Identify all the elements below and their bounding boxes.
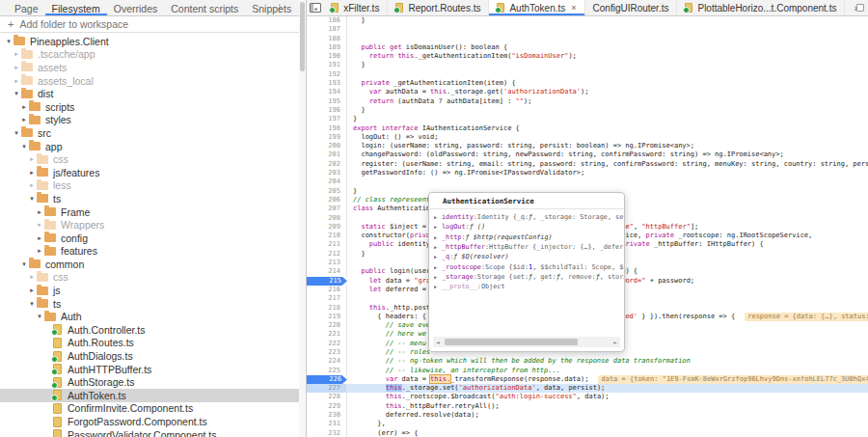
line-number[interactable]: 198 [307,124,347,133]
tree-item-confirminvite-component-ts[interactable]: ConfirmInvite.Component.ts [0,402,306,416]
disclosure-icon[interactable]: ▾ [12,90,21,97]
line-number[interactable]: 193 [307,79,347,88]
tree-item-app[interactable]: ▾app [0,140,306,153]
disclosure-icon[interactable]: ▸ [35,221,44,229]
tree-item-js-features[interactable]: ▸js/features [0,166,306,179]
line-number[interactable]: 232 [307,429,347,437]
line-number[interactable]: 221 [307,330,347,339]
tree-scrollbar-thumb[interactable] [300,2,305,71]
disclosure-icon[interactable]: ▸ [27,273,37,281]
expand-icon[interactable]: ▶ [434,274,442,280]
popover-scrollbar[interactable]: ◄ ► [433,337,620,347]
expand-icon[interactable]: ▶ [434,284,442,289]
disclosure-icon[interactable]: ▾ [12,129,21,137]
tree-item-auth-controller-ts[interactable]: Auth.Controller.ts [0,323,306,337]
tree-item-wrappers[interactable]: ▸Wrappers [0,218,306,232]
line-number[interactable]: 222 [307,340,347,348]
line-number[interactable]: 208 [307,214,347,223]
disclosure-icon[interactable]: ▸ [19,116,29,123]
disclosure-icon[interactable]: ▸ [35,234,44,242]
line-number[interactable]: 218 [307,304,347,313]
disclosure-icon[interactable]: ▸ [27,287,37,294]
line-number[interactable]: 207 [307,205,347,213]
tree-item-passwordvalidator-component-ts[interactable]: PasswordValidator.Component.ts [0,428,306,437]
editor-tab-configuirouter-ts[interactable]: ConfigUIRouter.ts [585,0,678,15]
disclosure-icon[interactable]: ▸ [27,155,37,163]
line-number[interactable]: 199 [307,133,347,142]
line-number[interactable]: 204 [307,178,347,186]
tree-item-pineapples-client[interactable]: ▾Pineapples.Client [0,35,306,48]
tree-item-authtoken-ts[interactable]: AuthToken.ts [0,389,306,402]
line-number[interactable]: 202 [307,160,347,169]
tree-item-assets-local[interactable]: ▸assets_local [0,74,306,88]
disclosure-icon[interactable]: ▸ [35,208,44,216]
disclosure-icon[interactable]: ▾ [35,313,44,320]
line-number[interactable]: 188 [307,35,347,43]
tree-item-features[interactable]: ▸features [0,245,306,259]
line-number[interactable]: 224 [307,357,347,366]
line-number[interactable]: 190 [307,52,347,61]
line-number[interactable]: 192 [307,70,347,79]
disclosure-icon[interactable]: ▾ [19,260,29,268]
disclosure-icon[interactable]: ▸ [35,247,44,255]
line-number[interactable]: 186 [307,16,347,25]
line-number[interactable]: 191 [307,61,347,69]
panel-tab-content-scripts[interactable]: Content scripts [164,0,245,15]
popover-property-q[interactable]: ▶_q: ƒ $Q(resolver) [434,252,624,261]
disclosure-icon[interactable]: ▸ [19,103,29,111]
line-number[interactable]: 231 [307,420,347,428]
tree-item-ts[interactable]: ▾ts [0,192,306,205]
tree-item-config[interactable]: ▸config [0,232,306,245]
line-number[interactable]: 215 [307,277,347,286]
line-number[interactable]: 197 [307,115,347,123]
line-number[interactable]: 194 [307,88,347,96]
line-number[interactable]: 205 [307,187,347,196]
line-number[interactable]: 203 [307,169,347,178]
popover-scrollbar-thumb[interactable] [445,339,578,345]
editor-corner-icon[interactable] [856,4,864,12]
line-number[interactable]: 217 [307,294,347,303]
editor-tab-xfilter-ts[interactable]: xFilter.ts [323,0,388,15]
disclosure-icon[interactable]: ▾ [4,38,14,45]
tree-item-frame[interactable]: ▸Frame [0,205,306,219]
navigator-toggle-button[interactable]: ◂ [307,0,323,15]
tree-item-js[interactable]: ▸js [0,284,306,297]
popover-property-httpbuffer[interactable]: ▶_httpBuffer: HttpBuffer {_injector: {…}… [434,242,624,252]
disclosure-icon[interactable]: ▸ [12,77,21,85]
line-number[interactable]: 228 [307,393,347,401]
disclosure-icon[interactable]: ▸ [12,50,21,58]
line-number[interactable]: 196 [307,106,347,115]
tree-item-css[interactable]: ▸css [0,271,306,285]
tree-item-css[interactable]: ▸css [0,152,306,166]
tree-item-styles[interactable]: ▸styles [0,114,306,127]
tree-item-auth[interactable]: ▾Auth [0,310,306,323]
panel-tab-snippets[interactable]: Snippets [245,0,298,15]
tree-item-tscache-app[interactable]: ▸.tscache/app [0,48,306,62]
expand-icon[interactable]: ▶ [434,234,442,240]
line-number[interactable]: 210 [307,232,347,240]
line-number[interactable]: 200 [307,142,347,150]
disclosure-icon[interactable]: ▸ [12,64,21,71]
expand-icon[interactable]: ▶ [434,214,442,220]
tree-item-auth-routes-ts[interactable]: Auth.Routes.ts [0,337,306,350]
line-number[interactable]: 214 [307,267,347,276]
tree-item-authdialogs-ts[interactable]: AuthDialogs.ts [0,349,306,363]
add-folder-button[interactable]: + Add folder to workspace [0,16,306,33]
popover-property-logout[interactable]: ▶logOut: ƒ () [434,222,624,232]
popover-property-rootscope[interactable]: ▶_rootscope: Scope {$id: 1, $$childTail:… [434,261,624,271]
expand-icon[interactable]: ▶ [434,264,442,270]
disclosure-icon[interactable]: ▸ [27,169,37,177]
disclosure-icon[interactable]: ▸ [27,181,37,189]
tree-item-ts[interactable]: ▾ts [0,297,306,311]
tree-item-forgotpassword-component-ts[interactable]: ForgotPassword.Component.ts [0,415,306,428]
line-number[interactable]: 225 [307,367,347,375]
line-number[interactable]: 195 [307,97,347,106]
line-number[interactable]: 213 [307,259,347,267]
tree-item-scripts[interactable]: ▸scripts [0,100,306,114]
expand-icon[interactable]: ▶ [434,254,442,259]
expand-icon[interactable]: ▶ [434,244,442,250]
panel-tab-overrides[interactable]: Overrides [107,0,165,15]
tree-item-src[interactable]: ▾src [0,126,306,140]
line-number[interactable]: 189 [307,43,347,52]
editor-tab-plottablehorizo-t-component-ts[interactable]: PlottableHorizo...t.Component.ts [677,0,845,15]
